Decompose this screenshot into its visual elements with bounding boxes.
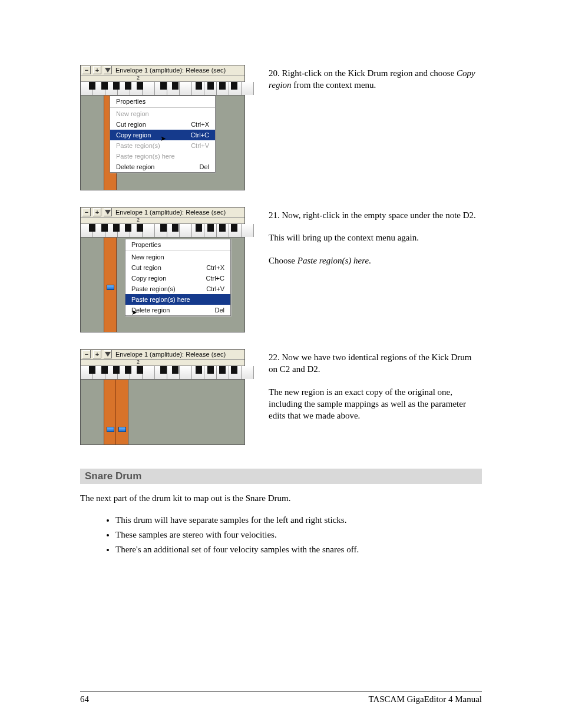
region-handle[interactable] (118, 427, 126, 432)
context-menu[interactable]: Properties New region Cut regionCtrl+X C… (125, 239, 231, 316)
region-handle[interactable] (107, 285, 114, 290)
page-footer: 64 TASCAM GigaEditor 4 Manual (80, 691, 482, 704)
plus-button[interactable]: + (93, 350, 101, 358)
region-d2[interactable] (115, 380, 128, 444)
menu-paste-here: Paste region(s) here (110, 151, 215, 162)
manual-title: TASCAM GigaEditor 4 Manual (368, 694, 482, 704)
step20-text: 20. Right-click on the Kick Drum region … (269, 67, 482, 91)
menu-copy-region[interactable]: Copy regionCtrl+C (110, 130, 215, 140)
piano-keys (81, 224, 244, 238)
region-zone[interactable]: Properties New region Cut regionCtrl+X C… (81, 238, 244, 332)
octave-label: 2 (137, 217, 140, 223)
minus-button[interactable]: − (82, 66, 91, 74)
figure-header: − + Envelope 1 (amplitude): Release (sec… (81, 207, 244, 218)
piano-keys (81, 82, 244, 95)
figure-step21: − + Envelope 1 (amplitude): Release (sec… (80, 207, 245, 332)
minus-button[interactable]: − (82, 208, 91, 216)
context-menu[interactable]: Properties New region Cut regionCtrl+X C… (110, 95, 216, 173)
step21-text: 21. Now, right-click in the empty space … (269, 209, 482, 221)
figure-step20: − + Envelope 1 (amplitude): Release (sec… (80, 65, 245, 190)
ruler: 2 (81, 75, 244, 82)
region-handle[interactable] (107, 427, 114, 432)
region-zone[interactable] (81, 380, 244, 444)
chevron-down-icon (105, 210, 111, 215)
list-item: This drum will have separate samples for… (115, 514, 482, 526)
step22-text: 22. Now we have two identical regions of… (269, 351, 482, 375)
menu-paste-region: Paste region(s)Ctrl+V (110, 140, 215, 151)
step21-text3: Choose Paste region(s) here. (269, 255, 482, 266)
step22-text2: The new region is an exact copy of the o… (269, 386, 482, 422)
bullet-list: This drum will have separate samples for… (115, 514, 482, 556)
plus-button[interactable]: + (93, 208, 101, 216)
menu-delete-region[interactable]: Delete regionDel (125, 305, 230, 315)
dropdown-button[interactable] (104, 66, 112, 74)
figure-header: − + Envelope 1 (amplitude): Release (sec… (81, 350, 244, 360)
menu-cut-region[interactable]: Cut regionCtrl+X (110, 119, 215, 130)
menu-new-region[interactable]: New region (125, 252, 230, 262)
menu-properties[interactable]: Properties (110, 96, 215, 107)
ruler: 2 (81, 218, 244, 224)
piano-keys (81, 366, 244, 380)
menu-properties[interactable]: Properties (125, 239, 230, 250)
octave-label: 2 (137, 359, 140, 365)
section-intro: The next part of the drum kit to map out… (80, 492, 482, 505)
list-item: There's an additional set of four veloci… (115, 543, 482, 556)
menu-copy-region[interactable]: Copy regionCtrl+C (125, 273, 230, 284)
chevron-down-icon (105, 352, 111, 357)
ruler: 2 (81, 360, 244, 366)
menu-delete-region[interactable]: Delete regionDel (110, 162, 215, 172)
region-c2[interactable] (104, 238, 117, 332)
plus-button[interactable]: + (93, 66, 101, 74)
envelope-title: Envelope 1 (amplitude): Release (sec) (115, 67, 226, 74)
list-item: These samples are stereo with four veloc… (115, 529, 482, 541)
menu-paste-here[interactable]: Paste region(s) here (125, 294, 230, 305)
step21-text2: This will bring up the context menu agai… (269, 232, 482, 243)
dropdown-button[interactable] (104, 350, 112, 358)
octave-label: 2 (137, 75, 140, 81)
region-c2[interactable] (104, 380, 117, 444)
menu-new-region: New region (110, 108, 215, 119)
menu-cut-region[interactable]: Cut regionCtrl+X (125, 262, 230, 273)
figure-step22: − + Envelope 1 (amplitude): Release (sec… (80, 349, 245, 445)
menu-paste-region[interactable]: Paste region(s)Ctrl+V (125, 284, 230, 294)
chevron-down-icon (105, 68, 111, 73)
page-number: 64 (80, 694, 89, 704)
section-heading-snare-drum: Snare Drum (80, 469, 482, 484)
envelope-title: Envelope 1 (amplitude): Release (sec) (115, 351, 226, 358)
dropdown-button[interactable] (104, 208, 112, 216)
figure-header: − + Envelope 1 (amplitude): Release (sec… (81, 65, 244, 75)
envelope-title: Envelope 1 (amplitude): Release (sec) (115, 209, 226, 216)
region-zone[interactable]: Properties New region Cut regionCtrl+X C… (81, 95, 244, 190)
minus-button[interactable]: − (82, 350, 91, 358)
